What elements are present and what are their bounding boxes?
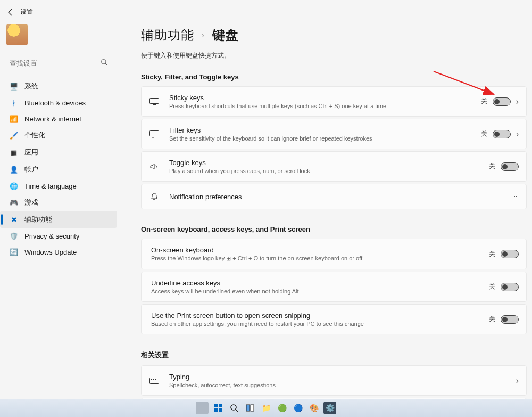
nav-label: 应用 bbox=[24, 148, 38, 157]
card-desc: Play a sound when you press caps, num, o… bbox=[169, 168, 489, 174]
search-box[interactable] bbox=[5, 55, 112, 71]
svg-rect-12 bbox=[214, 408, 218, 412]
nav-label: 游戏 bbox=[24, 198, 38, 207]
nav-time-language[interactable]: 🌐Time & language bbox=[0, 178, 117, 194]
card-title: On-screen keyboard bbox=[151, 246, 489, 254]
toggle-state: 关 bbox=[489, 162, 495, 171]
card-title: Notification preferences bbox=[169, 193, 512, 201]
start-button[interactable] bbox=[212, 402, 225, 414]
card-title: Underline access keys bbox=[151, 279, 489, 287]
card-desc: Based on other app settings, you might n… bbox=[151, 321, 489, 327]
card-filter-keys[interactable]: Filter keys Set the sensitivity of the k… bbox=[141, 119, 527, 149]
toggle-state: 关 bbox=[489, 315, 495, 324]
card-onscreen-keyboard[interactable]: On-screen keyboard Press the Windows log… bbox=[141, 239, 527, 269]
toggle-state: 关 bbox=[481, 97, 487, 106]
svg-rect-6 bbox=[153, 379, 154, 380]
settings-taskbar-icon[interactable]: ⚙️ bbox=[323, 402, 336, 414]
card-typing[interactable]: Typing Spellcheck, autocorrect, text sug… bbox=[141, 365, 527, 396]
nav-bluetooth[interactable]: ᚼBluetooth & devices bbox=[0, 95, 117, 111]
card-print-screen[interactable]: Use the Print screen button to open scre… bbox=[141, 304, 527, 334]
osk-toggle[interactable] bbox=[501, 250, 519, 258]
chevron-right-icon[interactable]: › bbox=[516, 97, 519, 107]
svg-rect-13 bbox=[219, 408, 222, 412]
nav-accounts[interactable]: 👤帐户 bbox=[0, 161, 117, 178]
back-button[interactable] bbox=[6, 8, 15, 17]
svg-rect-4 bbox=[150, 378, 159, 383]
svg-rect-7 bbox=[155, 379, 156, 380]
nav-label: 辅助功能 bbox=[24, 215, 52, 224]
svg-rect-10 bbox=[214, 404, 218, 407]
nav-label: Bluetooth & devices bbox=[24, 99, 86, 107]
nav-label: Network & internet bbox=[24, 115, 81, 123]
search-taskbar-icon[interactable] bbox=[228, 402, 240, 414]
card-sticky-keys[interactable]: Sticky keys Press keyboard shortcuts tha… bbox=[141, 86, 527, 117]
nav-list: 🖥️系统 ᚼBluetooth & devices 📶Network & int… bbox=[0, 78, 117, 260]
nav-label: Privacy & security bbox=[24, 232, 79, 240]
card-title: Filter keys bbox=[169, 126, 481, 134]
card-notification-prefs[interactable]: Notification preferences bbox=[141, 184, 527, 209]
filter-keys-toggle[interactable] bbox=[493, 130, 511, 138]
underline-toggle[interactable] bbox=[501, 283, 519, 291]
sound-icon bbox=[149, 161, 160, 172]
sticky-keys-toggle[interactable] bbox=[493, 97, 511, 106]
avatar[interactable] bbox=[6, 24, 28, 45]
svg-point-14 bbox=[231, 405, 236, 410]
wifi-icon: 📶 bbox=[10, 115, 18, 123]
app-icon-4[interactable]: 🎨 bbox=[307, 402, 320, 414]
toggle-state: 关 bbox=[489, 250, 495, 259]
toggle-keys-toggle[interactable] bbox=[501, 162, 519, 171]
svg-rect-3 bbox=[150, 130, 159, 136]
nav-windows-update[interactable]: 🔄Windows Update bbox=[0, 244, 117, 260]
nav-label: Time & language bbox=[24, 182, 77, 190]
nav-system[interactable]: 🖥️系统 bbox=[0, 78, 117, 95]
prtsc-toggle[interactable] bbox=[501, 315, 519, 324]
nav-privacy[interactable]: 🛡️Privacy & security bbox=[0, 228, 117, 244]
sidebar: 🖥️系统 ᚼBluetooth & devices 📶Network & int… bbox=[0, 21, 117, 260]
chevron-right-icon[interactable]: › bbox=[516, 376, 519, 386]
accessibility-icon: ✖ bbox=[10, 215, 18, 224]
nav-label: 个性化 bbox=[24, 130, 45, 140]
keyboard-filter-icon bbox=[149, 129, 160, 140]
nav-apps[interactable]: ▦应用 bbox=[0, 144, 117, 161]
nav-accessibility[interactable]: ✖辅助功能 bbox=[0, 211, 117, 228]
keyboard-typing-icon bbox=[149, 375, 160, 386]
display-icon: 🖥️ bbox=[10, 82, 18, 91]
browser-icon-2[interactable]: 🔵 bbox=[292, 402, 304, 414]
card-underline-access-keys[interactable]: Underline access keys Access keys will b… bbox=[141, 272, 527, 302]
nav-network[interactable]: 📶Network & internet bbox=[0, 111, 117, 127]
page-subtitle: 便于键入和使用键盘快捷方式。 bbox=[141, 51, 527, 60]
chevron-down-icon[interactable] bbox=[512, 192, 519, 201]
chevron-right-icon[interactable]: › bbox=[516, 129, 519, 139]
section-onscreen-title: On-screen keyboard, access keys, and Pri… bbox=[141, 225, 527, 233]
svg-rect-15 bbox=[246, 405, 250, 411]
brush-icon: 🖌️ bbox=[10, 131, 18, 140]
card-title: Typing bbox=[169, 373, 516, 381]
card-title: Toggle keys bbox=[169, 159, 489, 167]
search-input[interactable] bbox=[10, 59, 101, 67]
main-content: 辅助功能 › 键盘 便于键入和使用键盘快捷方式。 Sticky, Filter,… bbox=[141, 27, 527, 399]
card-desc: Set the sensitivity of the keyboard so i… bbox=[169, 135, 481, 142]
nav-personalization[interactable]: 🖌️个性化 bbox=[0, 127, 117, 144]
breadcrumb-parent[interactable]: 辅助功能 bbox=[141, 27, 194, 44]
task-view-icon[interactable] bbox=[244, 402, 256, 414]
file-explorer-icon[interactable]: 📁 bbox=[260, 402, 272, 414]
keyboard-icon bbox=[149, 96, 160, 107]
card-title: Use the Print screen button to open scre… bbox=[151, 312, 489, 320]
bluetooth-icon: ᚼ bbox=[10, 99, 18, 107]
update-icon: 🔄 bbox=[10, 248, 18, 256]
browser-icon-1[interactable]: 🟢 bbox=[276, 402, 288, 414]
apps-icon: ▦ bbox=[10, 148, 18, 157]
svg-rect-16 bbox=[251, 405, 254, 411]
card-desc: Press the Windows logo key ⊞ + Ctrl + O … bbox=[151, 255, 489, 262]
search-icon bbox=[101, 58, 107, 68]
nav-label: 帐户 bbox=[24, 165, 38, 174]
toggle-state: 关 bbox=[489, 282, 495, 291]
globe-clock-icon: 🌐 bbox=[10, 182, 18, 190]
section-sticky-title: Sticky, Filter, and Toggle keys bbox=[141, 73, 527, 81]
taskbar-blank[interactable] bbox=[196, 402, 209, 414]
nav-gaming[interactable]: 🎮游戏 bbox=[0, 194, 117, 211]
card-toggle-keys[interactable]: Toggle keys Play a sound when you press … bbox=[141, 151, 527, 182]
chevron-right-icon: › bbox=[202, 31, 205, 39]
shield-icon: 🛡️ bbox=[10, 232, 18, 240]
person-icon: 👤 bbox=[10, 165, 18, 174]
